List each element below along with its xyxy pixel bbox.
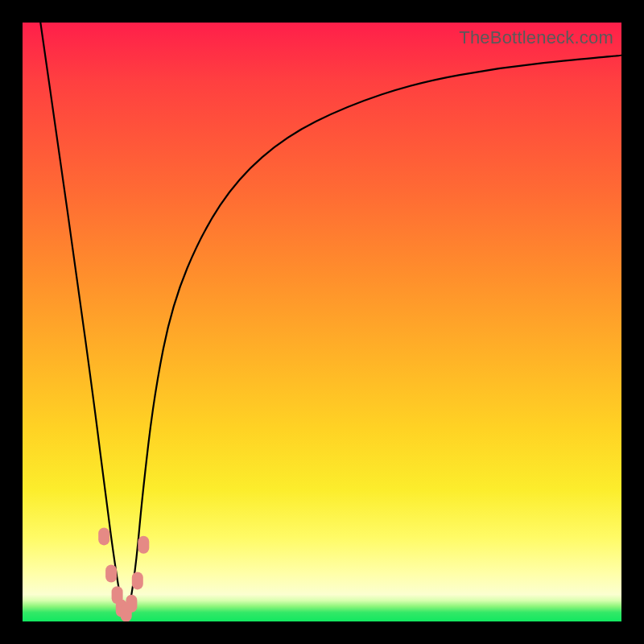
plot-area: TheBottleneck.com <box>23 23 621 621</box>
chart-frame: TheBottleneck.com <box>0 0 644 644</box>
bottleneck-curve <box>40 23 621 613</box>
marker-dot <box>126 595 137 613</box>
watermark-text: TheBottleneck.com <box>459 27 613 48</box>
marker-dot <box>132 572 143 589</box>
marker-dot <box>98 527 109 545</box>
marker-dot <box>105 565 117 583</box>
marker-dot <box>138 536 149 554</box>
marker-cluster <box>98 527 149 621</box>
curve-layer <box>23 23 621 621</box>
